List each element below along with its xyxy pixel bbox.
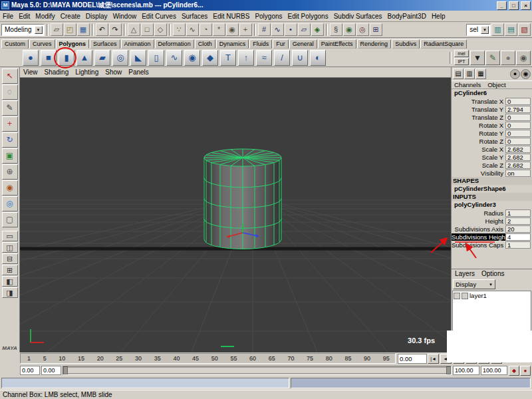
layer-name[interactable]: layer1 xyxy=(469,292,487,299)
range-slider-track[interactable] xyxy=(63,366,452,375)
poly-smooth-icon[interactable]: ≈ xyxy=(256,50,272,66)
select-hierarchy-icon[interactable]: △ xyxy=(128,23,140,36)
menu-surfaces[interactable]: Surfaces xyxy=(179,12,210,21)
toggle-split-view-icon[interactable]: ▦ xyxy=(475,68,486,79)
menu-modify[interactable]: Modify xyxy=(33,12,57,21)
render-current-frame-icon[interactable]: ◉ xyxy=(343,23,356,36)
select-object-icon[interactable]: □ xyxy=(141,23,154,36)
render-ball-icon[interactable]: ● xyxy=(501,51,515,65)
poly-pipe-icon[interactable]: ▯ xyxy=(148,50,164,66)
channel-name[interactable]: Radius xyxy=(452,209,505,217)
mask-dynamics-icon[interactable]: * xyxy=(213,23,225,36)
channel-row[interactable]: Subdivisions Axis 20 xyxy=(452,225,532,233)
channel-name[interactable]: Translate Z xyxy=(452,114,505,121)
poly-prism-icon[interactable]: ◣ xyxy=(130,50,146,66)
channel-value-field[interactable]: on xyxy=(505,170,531,177)
panel-menu-show[interactable]: Show xyxy=(102,68,125,76)
maximize-button[interactable]: □ xyxy=(509,1,519,10)
channel-row[interactable]: Scale Z 2.682 xyxy=(452,161,532,169)
layout-three-panes-right-icon[interactable]: ◨ xyxy=(2,287,18,298)
poly-merge-icon[interactable]: ∪ xyxy=(292,50,308,66)
shelf-tab-general[interactable]: General xyxy=(289,39,317,49)
menu-create[interactable]: Create xyxy=(58,12,83,21)
channel-name[interactable]: Subdivisions Height xyxy=(452,233,505,241)
channel-name[interactable]: Scale X xyxy=(452,146,505,153)
shelf-tab-deformation[interactable]: Deformation xyxy=(155,39,194,49)
menu-edit-nurbs[interactable]: Edit NURBS xyxy=(210,12,252,21)
poly-torus-icon[interactable]: ◎ xyxy=(112,50,128,66)
channel-value-field[interactable]: 20 xyxy=(505,225,531,233)
attribute-editor-toggle-icon[interactable]: ▧ xyxy=(518,23,531,36)
rotate-tool-icon[interactable]: ↻ xyxy=(2,132,18,148)
channel-value-field[interactable]: 1 xyxy=(505,209,531,217)
paint-select-tool-icon[interactable]: ✎ xyxy=(2,100,18,116)
menu-window[interactable]: Window xyxy=(110,12,140,21)
channel-row[interactable]: Scale X 2.682 xyxy=(452,145,532,153)
channel-row[interactable]: Rotate Y 0 xyxy=(452,129,532,137)
move-tool-icon[interactable]: + xyxy=(2,116,18,132)
new-scene-icon[interactable]: ▱ xyxy=(51,23,63,36)
shaded-ball-icon[interactable]: ● xyxy=(510,69,520,79)
paint-effects-brush-icon[interactable]: ✎ xyxy=(485,51,500,65)
toggle-channel-box-icon[interactable]: ▤ xyxy=(453,68,464,79)
layout-single-pane-icon[interactable]: ▭ xyxy=(2,231,18,241)
channel-name[interactable]: Subdivisions Axis xyxy=(452,225,505,233)
close-button[interactable]: × xyxy=(521,1,531,10)
mel-button[interactable]: mel xyxy=(454,50,469,57)
channel-row[interactable]: Radius 1 xyxy=(452,209,532,217)
channel-value-field[interactable]: 0 xyxy=(505,114,531,121)
snap-grid-icon[interactable]: # xyxy=(258,23,271,36)
create-text-icon[interactable]: T xyxy=(220,50,236,66)
animation-start-field[interactable]: 0.00 xyxy=(20,366,40,375)
channel-value-field[interactable]: 2.794 xyxy=(505,106,531,113)
channel-name[interactable]: Rotate X xyxy=(452,122,505,129)
channel-name[interactable]: Rotate Y xyxy=(452,130,505,137)
last-tool-icon[interactable]: ▢ xyxy=(2,212,18,227)
layers-menu[interactable]: Layers xyxy=(452,270,478,277)
scale-tool-icon[interactable]: ▣ xyxy=(2,148,18,164)
layer-mode-dropdown[interactable]: Display ▼ xyxy=(453,279,495,289)
poly-soccer-ball-icon[interactable]: ◉ xyxy=(184,50,200,66)
snap-curve-icon[interactable]: ∿ xyxy=(271,23,284,36)
undo-icon[interactable]: ↶ xyxy=(96,23,108,36)
panel-menu-panels[interactable]: Panels xyxy=(125,68,152,76)
menu-edit[interactable]: Edit xyxy=(16,12,33,21)
channel-name[interactable]: Rotate Z xyxy=(452,138,505,145)
menu-edit-curves[interactable]: Edit Curves xyxy=(139,12,179,21)
options-menu[interactable]: Options xyxy=(478,270,507,277)
menu-subdiv-surfaces[interactable]: Subdiv Surfaces xyxy=(331,12,385,21)
poly-cone-icon[interactable]: ▲ xyxy=(76,50,92,66)
channel-value-field[interactable]: 4 xyxy=(505,233,531,241)
menu-set-dropdown[interactable]: Modeling ▼ xyxy=(1,24,45,36)
go-to-start-button[interactable]: |◄ xyxy=(428,354,439,364)
poly-platonic-icon[interactable]: ◆ xyxy=(202,50,218,66)
construction-history-icon[interactable]: § xyxy=(330,23,342,36)
channel-name[interactable]: Visibility xyxy=(452,170,505,177)
layer-editor-toggle-icon[interactable]: ▤ xyxy=(505,23,517,36)
menu-file[interactable]: File xyxy=(0,12,16,21)
channels-menu[interactable]: Channels xyxy=(452,81,483,88)
range-start-handle[interactable] xyxy=(63,366,68,374)
time-slider[interactable]: 15101520253035404550556065707580859095 xyxy=(20,353,396,364)
panel-menu-view[interactable]: View xyxy=(20,68,41,76)
channel-box-toggle-icon[interactable]: ▥ xyxy=(491,23,504,36)
command-line-result[interactable] xyxy=(291,378,531,388)
poly-extrude-icon[interactable]: ↑ xyxy=(238,50,254,66)
channel-value-field[interactable]: 2.682 xyxy=(505,162,531,169)
animation-end-field[interactable]: 100.00 xyxy=(481,366,507,375)
cylinder-wireframe[interactable] xyxy=(204,149,281,249)
channel-row[interactable]: Subdivisions Caps 1 xyxy=(452,241,532,249)
shelf-tab-fluids[interactable]: Fluids xyxy=(249,39,272,49)
channel-row[interactable]: Translate Z 0 xyxy=(452,113,532,121)
shelf-tab-painteffects[interactable]: PaintEffects xyxy=(318,39,356,49)
channel-row[interactable]: Height 2 xyxy=(452,217,532,225)
mask-curves-icon[interactable]: ∿ xyxy=(186,23,199,36)
shelf-tab-animation[interactable]: Animation xyxy=(121,39,154,49)
redo-icon[interactable]: ↷ xyxy=(109,23,122,36)
channel-name[interactable]: Scale Z xyxy=(452,162,505,169)
shelf-tab-curves[interactable]: Curves xyxy=(29,39,55,49)
menu-bodypaint3d[interactable]: BodyPaint3D xyxy=(385,12,429,21)
set-key-icon[interactable]: ◆ xyxy=(509,366,519,376)
channel-value-field[interactable]: 0 xyxy=(505,98,531,105)
panel-menu-lighting[interactable]: Lighting xyxy=(72,68,102,76)
